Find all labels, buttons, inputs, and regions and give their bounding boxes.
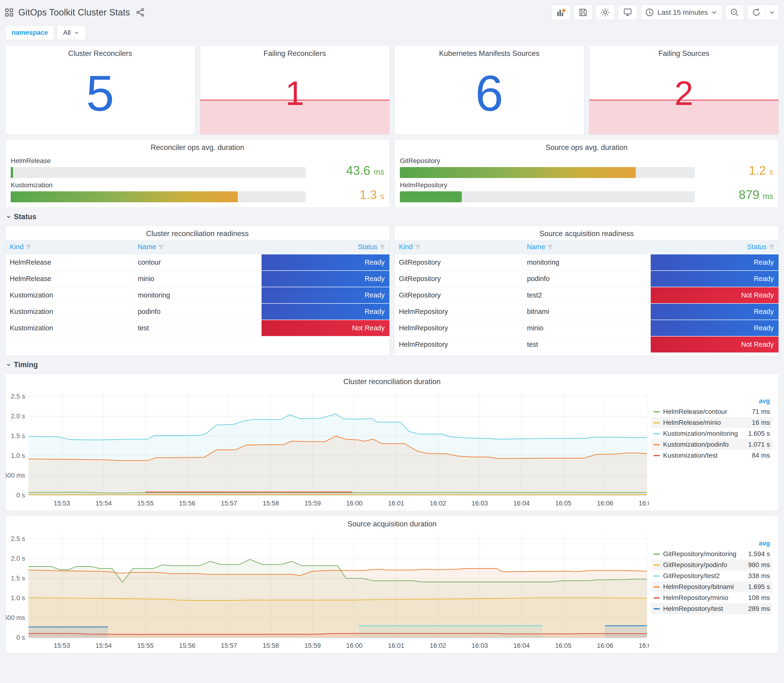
svg-text:15:53: 15:53 (54, 642, 70, 649)
filter-icon[interactable] (380, 244, 385, 250)
namespace-variable-value[interactable]: All (57, 25, 86, 40)
column-header-status[interactable]: Status (261, 240, 390, 254)
dashboard-grid-icon (5, 8, 13, 16)
status-badge: Not Ready (651, 287, 779, 303)
series-name[interactable]: HelmRepository/bitnami (663, 583, 734, 591)
column-header-name[interactable]: Name (133, 240, 261, 254)
filter-icon[interactable] (769, 244, 774, 250)
cell-name: bitnami (523, 303, 651, 320)
cell-name: minio (133, 271, 261, 287)
filter-icon[interactable] (548, 244, 553, 250)
dashboard: GitOps Toolkit Cluster Stats (0, 0, 784, 664)
table-row: KustomizationmonitoringReady (5, 287, 390, 303)
time-series-plot[interactable]: 0 s500 ms1.0 s1.5 s2.0 s2.5 s15:5315:541… (5, 530, 649, 651)
svg-text:2.0 s: 2.0 s (11, 412, 25, 420)
series-avg-value: 84 ms (734, 452, 770, 459)
svg-text:16:07: 16:07 (639, 642, 649, 649)
series-name[interactable]: Kustomization/monitoring (663, 430, 738, 438)
svg-text:15:57: 15:57 (221, 500, 237, 507)
svg-text:16:05: 16:05 (555, 500, 571, 507)
series-name[interactable]: HelmRelease/minio (663, 419, 731, 426)
series-color-swatch (654, 433, 660, 434)
cell-name: podinfo (523, 271, 651, 287)
series-name[interactable]: GitRepository/monitoring (663, 550, 736, 558)
section-status[interactable]: Status (6, 213, 779, 221)
panel-title[interactable]: Failing Sources (589, 45, 779, 60)
svg-text:15:54: 15:54 (95, 500, 112, 507)
svg-text:15:58: 15:58 (263, 642, 279, 649)
panel-title[interactable]: Reconciler ops avg. duration (11, 139, 384, 154)
series-name[interactable]: Kustomization/podinfo (663, 441, 731, 448)
zoom-out-button[interactable] (725, 5, 744, 20)
cell-status: Ready (651, 303, 779, 320)
svg-text:1.0 s: 1.0 s (11, 452, 25, 459)
source-acquisition-duration-panel: Source acquisition duration 0 s500 ms1.0… (5, 516, 779, 653)
series-color-swatch (654, 586, 660, 588)
chevron-down-icon (6, 362, 11, 368)
svg-text:16:00: 16:00 (346, 642, 363, 649)
series-avg-value: 71 ms (734, 408, 770, 415)
stats-row: Cluster Reconcilers 5 Failing Reconciler… (5, 45, 779, 135)
cell-name: test2 (523, 287, 651, 303)
svg-text:500 ms: 500 ms (5, 614, 25, 621)
panel-title[interactable]: Kubernetes Manifests Sources (394, 45, 584, 60)
page-title: GitOps Toolkit Cluster Stats (18, 7, 130, 18)
column-header-kind[interactable]: Kind (394, 240, 523, 254)
refresh-button[interactable] (747, 5, 766, 20)
series-name[interactable]: GitRepository/test2 (663, 572, 731, 580)
panel-title[interactable]: Cluster reconciliation duration (5, 374, 779, 388)
series-avg-value: 1.695 s (737, 583, 770, 591)
chevron-down-icon (74, 30, 79, 35)
svg-text:0 s: 0 s (16, 491, 25, 499)
template-variables: namespace All (5, 25, 779, 40)
time-series-plot[interactable]: 0 s500 ms1.0 s1.5 s2.0 s2.5 s15:5315:541… (5, 388, 649, 509)
series-avg-value: 1.071 s (734, 441, 770, 448)
section-timing[interactable]: Timing (6, 361, 779, 369)
save-dashboard-button[interactable] (574, 5, 592, 20)
legend-item: HelmRepository/minio108 ms (651, 592, 772, 603)
status-badge: Ready (261, 254, 390, 270)
cell-name: monitoring (523, 254, 651, 271)
panel-title[interactable]: Source acquisition duration (5, 516, 779, 530)
series-name[interactable]: Kustomization/test (663, 452, 731, 459)
cell-status: Ready (651, 320, 779, 336)
series-name[interactable]: HelmRelease/contour (663, 408, 731, 415)
gauge-value: 1.3 s (313, 188, 384, 202)
series-color-swatch (654, 411, 660, 412)
table-row: HelmReleasecontourReady (5, 254, 390, 271)
series-name[interactable]: HelmRepository/test (663, 605, 731, 612)
refresh-interval-dropdown[interactable] (766, 5, 779, 20)
legend-avg-header[interactable]: avg (651, 396, 772, 406)
legend-item: HelmRelease/minio16 ms (651, 417, 772, 428)
series-avg-value: 1.594 s (740, 550, 770, 558)
series-name[interactable]: HelmRepository/minio (663, 594, 731, 601)
filter-icon[interactable] (159, 244, 164, 250)
stat-value: 2 (589, 76, 779, 110)
panel-title[interactable]: Source acquisition readiness (394, 226, 779, 240)
series-name[interactable]: GitRepository/podinfo (663, 561, 731, 569)
cell-name: contour (133, 254, 261, 271)
gauge-row: HelmRepository879 ms (400, 181, 773, 202)
cell-kind: GitRepository (394, 254, 523, 271)
svg-text:2.0 s: 2.0 s (11, 555, 25, 562)
share-icon[interactable] (135, 8, 145, 17)
filter-icon[interactable] (26, 244, 31, 250)
column-header-status[interactable]: Status (651, 240, 779, 254)
tv-mode-button[interactable] (618, 5, 637, 20)
panel-title[interactable]: Source ops avg. duration (400, 139, 773, 154)
dashboard-settings-button[interactable] (596, 5, 615, 20)
column-header-name[interactable]: Name (523, 240, 651, 254)
filter-icon[interactable] (415, 244, 420, 250)
panel-title[interactable]: Cluster Reconcilers (5, 45, 195, 60)
time-range-picker[interactable]: Last 15 minutes (640, 5, 722, 20)
panel-title[interactable]: Cluster reconciliation readiness (5, 226, 390, 240)
clock-icon (645, 8, 654, 17)
gauge-track (11, 167, 306, 178)
add-panel-button[interactable] (552, 5, 571, 20)
legend-avg-header[interactable]: avg (651, 538, 772, 548)
panel-title[interactable]: Failing Reconcilers (200, 45, 390, 60)
column-header-kind[interactable]: Kind (5, 240, 133, 254)
svg-text:15:54: 15:54 (95, 642, 112, 649)
svg-text:15:53: 15:53 (54, 500, 70, 507)
svg-text:16:02: 16:02 (430, 642, 446, 649)
